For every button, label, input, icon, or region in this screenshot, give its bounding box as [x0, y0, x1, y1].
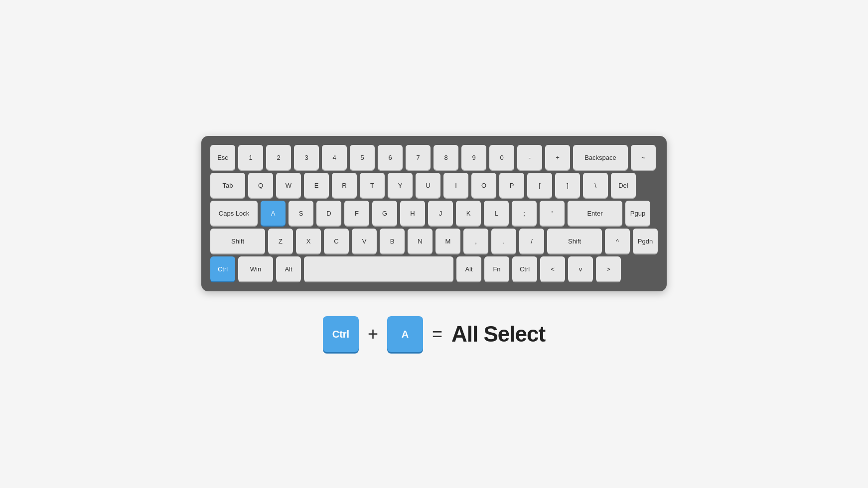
key-z[interactable]: Z [268, 229, 293, 253]
key-fn[interactable]: Fn [484, 256, 509, 281]
key-k[interactable]: K [456, 201, 481, 226]
key-a[interactable]: A [261, 201, 286, 226]
key-row-3: Caps Lock A S D F G H J K L ; ' Enter Pg… [210, 201, 658, 226]
key-p[interactable]: P [499, 173, 524, 198]
key-0[interactable]: 0 [489, 145, 514, 170]
key-arrow-left[interactable]: < [540, 256, 565, 281]
legend-action-label: All Select [451, 322, 545, 347]
key-j[interactable]: J [428, 201, 453, 226]
key-caret[interactable]: ^ [605, 229, 630, 253]
key-v[interactable]: V [352, 229, 377, 253]
key-b[interactable]: B [380, 229, 405, 253]
key-rbracket[interactable]: ] [555, 173, 580, 198]
key-q[interactable]: Q [248, 173, 273, 198]
shortcut-legend: Ctrl + A = All Select [323, 316, 545, 352]
key-minus[interactable]: - [517, 145, 542, 170]
key-9[interactable]: 9 [461, 145, 486, 170]
key-pgup[interactable]: Pgup [625, 201, 650, 226]
keyboard-wrapper: Esc 1 2 3 4 5 6 7 8 9 0 - + Backspace ~ … [201, 136, 667, 352]
key-s[interactable]: S [289, 201, 313, 226]
key-e[interactable]: E [304, 173, 329, 198]
key-w[interactable]: W [276, 173, 301, 198]
key-del[interactable]: Del [611, 173, 636, 198]
key-lbracket[interactable]: [ [527, 173, 552, 198]
key-r[interactable]: R [332, 173, 357, 198]
key-n[interactable]: N [408, 229, 433, 253]
key-quote[interactable]: ' [540, 201, 565, 226]
key-d[interactable]: D [316, 201, 341, 226]
key-m[interactable]: M [435, 229, 460, 253]
key-win[interactable]: Win [238, 256, 273, 281]
key-shift-right[interactable]: Shift [547, 229, 602, 253]
key-tilde[interactable]: ~ [631, 145, 656, 170]
key-plus[interactable]: + [545, 145, 570, 170]
key-1[interactable]: 1 [238, 145, 263, 170]
key-row-5: Ctrl Win Alt Alt Fn Ctrl < v > [210, 256, 658, 281]
key-pgdn[interactable]: Pgdn [633, 229, 658, 253]
key-backslash[interactable]: \ [583, 173, 608, 198]
key-t[interactable]: T [360, 173, 385, 198]
key-backspace[interactable]: Backspace [573, 145, 628, 170]
key-h[interactable]: H [400, 201, 425, 226]
key-5[interactable]: 5 [350, 145, 375, 170]
key-arrow-down[interactable]: v [568, 256, 593, 281]
legend-ctrl-key: Ctrl [323, 316, 359, 352]
legend-equals-symbol: = [432, 324, 442, 345]
key-4[interactable]: 4 [322, 145, 347, 170]
key-shift-left[interactable]: Shift [210, 229, 265, 253]
key-2[interactable]: 2 [266, 145, 291, 170]
key-l[interactable]: L [484, 201, 509, 226]
key-semicolon[interactable]: ; [512, 201, 537, 226]
key-f[interactable]: F [344, 201, 369, 226]
key-alt-right[interactable]: Alt [456, 256, 481, 281]
key-u[interactable]: U [416, 173, 440, 198]
key-o[interactable]: O [471, 173, 496, 198]
key-x[interactable]: X [296, 229, 321, 253]
key-alt-left[interactable]: Alt [276, 256, 301, 281]
key-row-4: Shift Z X C V B N M , . / Shift ^ Pgdn [210, 229, 658, 253]
key-capslock[interactable]: Caps Lock [210, 201, 258, 226]
key-tab[interactable]: Tab [210, 173, 245, 198]
key-arrow-right[interactable]: > [596, 256, 621, 281]
key-6[interactable]: 6 [378, 145, 403, 170]
key-comma[interactable]: , [463, 229, 488, 253]
key-esc[interactable]: Esc [210, 145, 235, 170]
key-g[interactable]: G [372, 201, 397, 226]
key-slash[interactable]: / [519, 229, 544, 253]
key-ctrl-left[interactable]: Ctrl [210, 256, 235, 281]
key-8[interactable]: 8 [434, 145, 458, 170]
key-7[interactable]: 7 [406, 145, 431, 170]
legend-plus-symbol: + [368, 324, 378, 345]
key-3[interactable]: 3 [294, 145, 319, 170]
legend-a-key: A [387, 316, 423, 352]
key-c[interactable]: C [324, 229, 349, 253]
keyboard: Esc 1 2 3 4 5 6 7 8 9 0 - + Backspace ~ … [201, 136, 667, 291]
key-period[interactable]: . [491, 229, 516, 253]
key-y[interactable]: Y [388, 173, 413, 198]
key-row-2: Tab Q W E R T Y U I O P [ ] \ Del [210, 173, 658, 198]
key-i[interactable]: I [443, 173, 468, 198]
key-enter[interactable]: Enter [568, 201, 622, 226]
key-space[interactable] [304, 256, 453, 281]
key-row-1: Esc 1 2 3 4 5 6 7 8 9 0 - + Backspace ~ [210, 145, 658, 170]
key-ctrl-right[interactable]: Ctrl [512, 256, 537, 281]
